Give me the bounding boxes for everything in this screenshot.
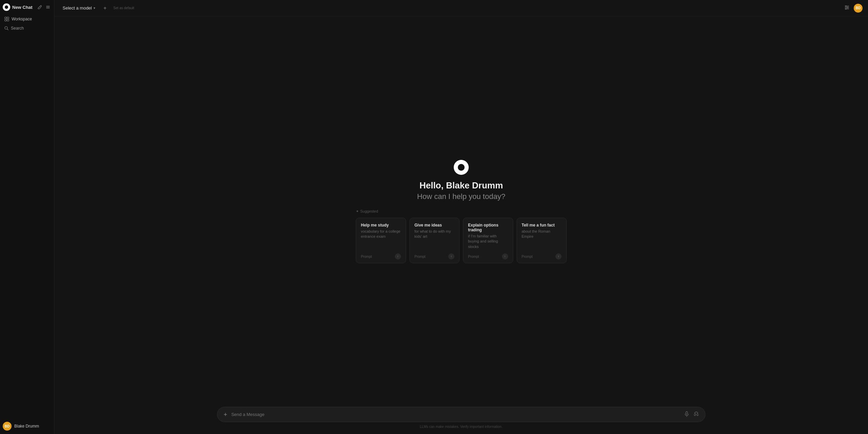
settings-icon[interactable] <box>843 3 851 13</box>
svg-rect-15 <box>686 412 687 414</box>
workspace-icon <box>4 16 10 22</box>
message-input[interactable] <box>231 412 680 417</box>
card-0-prompt-label: Prompt <box>361 255 372 258</box>
suggestion-card-3[interactable]: Tell me a fun fact about the Roman Empir… <box>517 218 567 263</box>
sidebar-header: New Chat <box>0 0 54 14</box>
card-3-prompt-label: Prompt <box>522 255 533 258</box>
suggestion-card-0[interactable]: Help me study vocabulary for a college e… <box>356 218 406 263</box>
svg-rect-3 <box>5 17 6 19</box>
svg-rect-6 <box>7 19 9 21</box>
card-3-subtitle: about the Roman Empire <box>522 229 562 249</box>
sidebar-search[interactable]: Search <box>1 24 53 33</box>
search-icon <box>4 26 9 31</box>
card-2-subtitle: if I'm familiar with buying and selling … <box>468 234 508 249</box>
card-0-arrow-icon: ↑ <box>395 253 401 260</box>
user-avatar: BD <box>3 422 12 431</box>
search-label: Search <box>11 26 24 31</box>
suggestion-card-2[interactable]: Explain options trading if I'm familiar … <box>463 218 513 263</box>
hero-logo <box>454 160 469 175</box>
svg-point-12 <box>846 6 847 7</box>
svg-rect-4 <box>7 17 9 19</box>
topbar: Select a model ▾ + Set as default BD <box>54 0 868 16</box>
card-1-title: Give me ideas <box>415 223 455 228</box>
sidebar-actions <box>36 4 51 11</box>
card-3-footer: Prompt ↑ <box>522 253 562 260</box>
model-selector[interactable]: Select a model ▾ <box>60 4 98 12</box>
card-3-arrow-icon: ↑ <box>555 253 562 260</box>
topbar-right: BD <box>843 3 863 13</box>
svg-point-13 <box>847 7 848 8</box>
spark-icon: ✦ <box>356 209 359 214</box>
svg-point-14 <box>846 9 847 10</box>
headphones-icon[interactable] <box>693 411 700 418</box>
card-3-title: Tell me a fun fact <box>522 223 562 228</box>
workspace-label: Workspace <box>12 17 32 21</box>
attach-button[interactable]: + <box>223 412 228 418</box>
main-content: Hello, Blake Drumm How can I help you to… <box>54 16 868 434</box>
chevron-down-icon: ▾ <box>94 6 95 10</box>
svg-line-8 <box>7 29 8 30</box>
message-input-wrapper: + <box>217 407 705 422</box>
edit-icon[interactable] <box>36 4 43 11</box>
main-panel: Select a model ▾ + Set as default BD <box>54 0 868 434</box>
suggestion-card-1[interactable]: Give me ideas for what to do with my kid… <box>410 218 460 263</box>
card-2-footer: Prompt ↑ <box>468 253 508 260</box>
greeting-subtitle: How can I help you today? <box>417 192 505 201</box>
greeting-name: Hello, Blake Drumm <box>419 180 503 191</box>
add-model-button[interactable]: + <box>101 4 108 12</box>
input-icons <box>683 411 700 418</box>
new-chat-label: New Chat <box>12 5 34 10</box>
microphone-icon[interactable] <box>683 411 690 418</box>
card-1-arrow-icon: ↑ <box>448 253 454 260</box>
topbar-avatar[interactable]: BD <box>854 4 863 13</box>
model-label: Select a model <box>63 5 92 11</box>
card-2-prompt-label: Prompt <box>468 255 479 258</box>
card-2-arrow-icon: ↑ <box>502 253 508 260</box>
menu-icon[interactable] <box>45 4 51 11</box>
user-name: Blake Drumm <box>14 424 39 429</box>
sidebar: New Chat Workspace <box>0 0 54 434</box>
logo-icon <box>3 3 10 11</box>
suggested-label: ✦ Suggested <box>356 209 567 214</box>
card-1-subtitle: for what to do with my kids' art <box>415 229 455 249</box>
disclaimer: LLMs can make mistakes. Verify important… <box>217 425 705 429</box>
card-1-prompt-label: Prompt <box>415 255 425 258</box>
svg-rect-5 <box>5 19 6 21</box>
sidebar-item-workspace[interactable]: Workspace <box>1 14 53 24</box>
card-0-title: Help me study <box>361 223 401 228</box>
card-1-footer: Prompt ↑ <box>415 253 455 260</box>
card-2-title: Explain options trading <box>468 223 508 232</box>
card-0-subtitle: vocabulary for a college entrance exam <box>361 229 401 249</box>
set-default-label: Set as default <box>113 6 134 10</box>
suggestion-cards: Help me study vocabulary for a college e… <box>356 218 567 263</box>
card-0-footer: Prompt ↑ <box>361 253 401 260</box>
sidebar-user[interactable]: BD Blake Drumm <box>0 418 54 434</box>
bottom-bar: + LLMs can m <box>54 403 868 434</box>
